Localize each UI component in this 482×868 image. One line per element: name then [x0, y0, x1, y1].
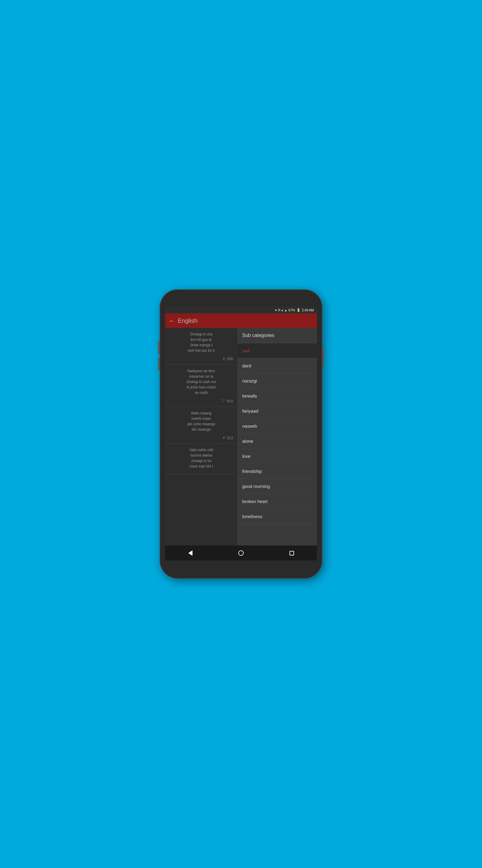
subcategory-broken-heart[interactable]: broken heart — [237, 494, 317, 509]
power-button[interactable] — [322, 347, 324, 366]
card-1-text: Zindagi ki cha koi mil gya to Jinhe mang… — [168, 332, 234, 353]
battery-icon: 🔋 — [296, 308, 301, 312]
subcategory-alone[interactable]: alone — [237, 434, 317, 449]
signal-icon: R — [278, 309, 280, 312]
nav-back-button[interactable] — [184, 547, 196, 559]
card-4-text: Vafa nahin milt humne dekha zindagi to k… — [168, 447, 234, 469]
subcategory-loneliness[interactable]: loneliness — [237, 509, 317, 524]
card-3-text: Wafa maang mehfil maan jab unhe maanga b… — [168, 410, 234, 432]
subcategory-good-morning[interactable]: good morning — [237, 479, 317, 494]
subcategory-narazgi[interactable]: narazgi — [237, 373, 317, 389]
card-1-footer: ♥ 256 — [168, 355, 234, 362]
wifi-icon: ▾ — [275, 308, 277, 312]
status-bar: ▾ R x ▲ 67% 🔋 2:49 AM — [165, 307, 317, 313]
subcategory-fariyaad[interactable]: fariyaad — [237, 404, 317, 418]
phone-device: ▾ R x ▲ 67% 🔋 2:49 AM ← English — [160, 289, 322, 579]
back-triangle-icon — [188, 550, 193, 556]
shayari-card-1[interactable]: Zindagi ki cha koi mil gya to Jinhe mang… — [165, 328, 237, 365]
header-title: English — [178, 317, 198, 324]
recents-square-icon — [289, 551, 294, 555]
card-3-footer: ♥ 312 — [168, 435, 234, 441]
subcategory-naseeb[interactable]: naseeb — [237, 418, 317, 434]
phone-screen: ▾ R x ▲ 67% 🔋 2:49 AM ← English — [165, 307, 317, 561]
signal-bars-icon: ▲ — [284, 309, 287, 312]
card-2-footer: ♡ 410 — [168, 398, 234, 404]
like-count-2: 410 — [227, 398, 233, 404]
like-count-1: 256 — [227, 356, 233, 362]
heart-icon-1[interactable]: ♥ — [223, 355, 225, 362]
nav-recents-button[interactable] — [286, 547, 298, 559]
subcategories-title: Sub categories — [242, 333, 275, 338]
heart-icon-3[interactable]: ♥ — [223, 435, 225, 441]
shayari-card-4[interactable]: Vafa nahin milt humne dekha zindagi to k… — [165, 444, 237, 474]
shayari-card-2[interactable]: Nadiyano se kinn Aasaman se ta Zindagi k… — [165, 365, 237, 407]
data-icon: x — [282, 309, 283, 312]
home-circle-icon — [238, 550, 244, 556]
clock: 2:49 AM — [302, 308, 314, 312]
dropdown-items-list[interactable]: sad dard narazgi bewafa fariyaad — [237, 343, 317, 546]
dropdown-header: Sub categories — [237, 328, 317, 343]
like-count-3: 312 — [227, 435, 233, 441]
phone-body: ▾ R x ▲ 67% 🔋 2:49 AM ← English — [160, 289, 322, 579]
main-content: Zindagi ki cha koi mil gya to Jinhe mang… — [165, 328, 317, 546]
cards-panel: Zindagi ki cha koi mil gya to Jinhe mang… — [165, 328, 237, 546]
subcategory-bewafa[interactable]: bewafa — [237, 389, 317, 404]
volume-up-button[interactable] — [158, 341, 160, 354]
subcategory-friendship[interactable]: friendship — [237, 464, 317, 479]
battery-percent: 67% — [289, 308, 295, 312]
subcategory-love[interactable]: love — [237, 449, 317, 464]
status-icons: ▾ R x ▲ 67% 🔋 2:49 AM — [275, 308, 314, 312]
app-header: ← English — [165, 313, 317, 328]
navigation-bar — [165, 546, 317, 561]
card-2-text: Nadiyano se kinn Aasaman se ta Zindagi k… — [168, 368, 234, 396]
subcategory-dard[interactable]: dard — [237, 358, 317, 373]
dropdown-panel: Sub categories sad dard narazgi — [237, 328, 317, 546]
shayari-card-3[interactable]: Wafa maang mehfil maan jab unhe maanga b… — [165, 407, 237, 444]
heart-icon-2[interactable]: ♡ — [221, 398, 225, 404]
subcategory-sad[interactable]: sad — [237, 343, 317, 358]
nav-home-button[interactable] — [235, 547, 247, 559]
volume-down-button[interactable] — [158, 357, 160, 371]
back-button[interactable]: ← — [169, 317, 175, 324]
